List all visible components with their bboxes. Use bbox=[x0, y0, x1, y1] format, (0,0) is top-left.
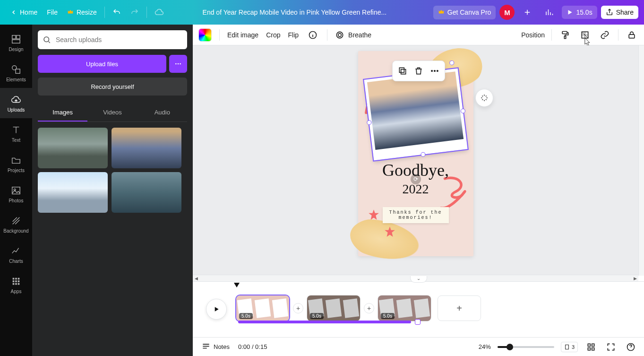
rail-projects[interactable]: Projects bbox=[0, 148, 32, 179]
lock-icon bbox=[627, 30, 636, 40]
upload-files-button[interactable]: Upload files bbox=[38, 55, 166, 73]
page-indicator-button[interactable]: 3 bbox=[561, 342, 578, 352]
notes-label: Notes bbox=[214, 343, 230, 350]
page-count: 3 bbox=[572, 344, 575, 350]
svg-rect-0 bbox=[12, 35, 16, 38]
page-icon bbox=[564, 344, 570, 350]
page-1[interactable]: ⟳ Goodbye, 2022 Thanks for the memories! bbox=[358, 51, 473, 256]
rail-uploads[interactable]: Uploads bbox=[0, 88, 32, 118]
svg-rect-33 bbox=[565, 345, 568, 349]
zoom-slider[interactable] bbox=[498, 346, 554, 348]
position-button[interactable]: Position bbox=[521, 31, 545, 39]
scroll-left[interactable]: ◀ bbox=[193, 275, 199, 282]
upload-thumb[interactable] bbox=[38, 128, 108, 168]
selected-image-element[interactable] bbox=[364, 68, 467, 160]
tab-audio[interactable]: Audio bbox=[137, 104, 187, 122]
zoom-slider-knob[interactable] bbox=[507, 344, 513, 350]
add-page-button[interactable]: + bbox=[438, 295, 481, 321]
help-icon bbox=[626, 342, 635, 352]
timeline-clip[interactable]: 5.0s bbox=[236, 295, 289, 321]
audio-track-handle[interactable] bbox=[415, 319, 421, 325]
svg-rect-23 bbox=[562, 31, 567, 34]
note-text[interactable]: Thanks for the memories! bbox=[383, 207, 449, 223]
tab-label: Images bbox=[52, 109, 73, 116]
share-button[interactable]: Share bbox=[601, 6, 638, 19]
magic-suggestions-button[interactable] bbox=[475, 89, 493, 107]
lock-button[interactable] bbox=[625, 28, 638, 42]
tab-label: Videos bbox=[103, 109, 122, 116]
add-transition-button[interactable]: + bbox=[364, 303, 374, 313]
svg-rect-2 bbox=[12, 39, 20, 43]
add-transition-button[interactable]: + bbox=[293, 303, 303, 313]
year-text[interactable]: 2022 bbox=[358, 182, 473, 197]
home-button[interactable]: Home bbox=[6, 6, 42, 19]
play-button[interactable] bbox=[206, 299, 227, 320]
insights-button[interactable] bbox=[540, 5, 558, 19]
tab-images[interactable]: Images bbox=[38, 104, 87, 122]
timeline-clip[interactable]: 5.0s bbox=[307, 295, 360, 321]
cloud-sync-icon[interactable] bbox=[150, 5, 169, 20]
rail-background[interactable]: Background bbox=[0, 209, 32, 239]
v-scrollbar[interactable] bbox=[638, 45, 644, 276]
notes-button[interactable]: Notes bbox=[199, 340, 232, 354]
link-button[interactable] bbox=[598, 28, 611, 42]
grid-view-button[interactable] bbox=[584, 340, 598, 354]
file-menu[interactable]: File bbox=[42, 6, 62, 19]
rail-charts[interactable]: Charts bbox=[0, 239, 32, 269]
more-icon bbox=[174, 60, 182, 68]
redo-button[interactable] bbox=[126, 5, 144, 19]
edit-image-button[interactable]: Edit image bbox=[227, 31, 258, 39]
fullscreen-button[interactable] bbox=[604, 340, 618, 354]
upload-files-label: Upload files bbox=[86, 61, 118, 68]
home-label: Home bbox=[20, 9, 37, 16]
collapse-timeline-button[interactable] bbox=[410, 276, 427, 283]
paint-roller-icon bbox=[560, 30, 570, 40]
search-uploads-box[interactable] bbox=[38, 30, 187, 49]
rail-label: Background bbox=[3, 228, 28, 234]
flip-button[interactable]: Flip bbox=[288, 31, 299, 39]
transparency-button[interactable] bbox=[578, 28, 592, 42]
headline-text[interactable]: Goodbye, bbox=[358, 162, 473, 179]
resize-handle[interactable] bbox=[460, 108, 465, 113]
scroll-right[interactable]: ▶ bbox=[632, 275, 638, 282]
play-preview-button[interactable]: 15.0s bbox=[562, 6, 597, 19]
resize-button[interactable]: Resize bbox=[62, 6, 102, 19]
animation-button[interactable]: Breathe bbox=[335, 30, 371, 40]
rail-design[interactable]: Design bbox=[0, 27, 32, 58]
color-picker-button[interactable] bbox=[198, 28, 212, 42]
resize-handle[interactable] bbox=[366, 120, 371, 125]
svg-point-19 bbox=[180, 63, 181, 65]
fullscreen-icon bbox=[606, 342, 616, 352]
upload-more-button[interactable] bbox=[169, 55, 187, 73]
element-more-button[interactable] bbox=[429, 65, 441, 77]
rail-elements[interactable]: Elements bbox=[0, 58, 32, 88]
rail-apps[interactable]: Apps bbox=[0, 269, 32, 300]
delete-button[interactable] bbox=[412, 65, 425, 77]
svg-rect-26 bbox=[629, 35, 635, 38]
resize-handle[interactable] bbox=[420, 152, 425, 157]
upload-thumb[interactable] bbox=[112, 128, 181, 168]
avatar[interactable]: M bbox=[499, 5, 515, 20]
undo-button[interactable] bbox=[108, 5, 126, 19]
timeline-clip[interactable]: 5.0s bbox=[378, 295, 431, 321]
upload-thumb[interactable] bbox=[38, 172, 108, 213]
rail-text[interactable]: Text bbox=[0, 118, 32, 148]
crop-button[interactable]: Crop bbox=[266, 31, 280, 39]
search-input[interactable] bbox=[55, 35, 182, 44]
help-button[interactable] bbox=[624, 340, 637, 354]
info-button[interactable] bbox=[306, 28, 319, 42]
timeline: 5.0s + 5.0s + 5.0s + bbox=[193, 281, 644, 337]
add-member-button[interactable] bbox=[518, 5, 536, 19]
duplicate-button[interactable] bbox=[396, 65, 409, 77]
get-pro-button[interactable]: Get Canva Pro bbox=[433, 6, 496, 19]
document-title[interactable]: End of Year Recap Mobile Video in Pink Y… bbox=[181, 9, 408, 16]
zoom-value: 24% bbox=[479, 343, 491, 350]
rail-photos[interactable]: Photos bbox=[0, 179, 32, 209]
flip-label: Flip bbox=[288, 31, 299, 39]
tab-videos[interactable]: Videos bbox=[87, 104, 137, 122]
record-yourself-button[interactable]: Record yourself bbox=[38, 78, 187, 96]
upload-thumb[interactable] bbox=[112, 172, 181, 213]
audio-track[interactable] bbox=[238, 321, 411, 323]
copy-style-button[interactable] bbox=[558, 28, 572, 42]
folder-icon bbox=[10, 155, 22, 166]
